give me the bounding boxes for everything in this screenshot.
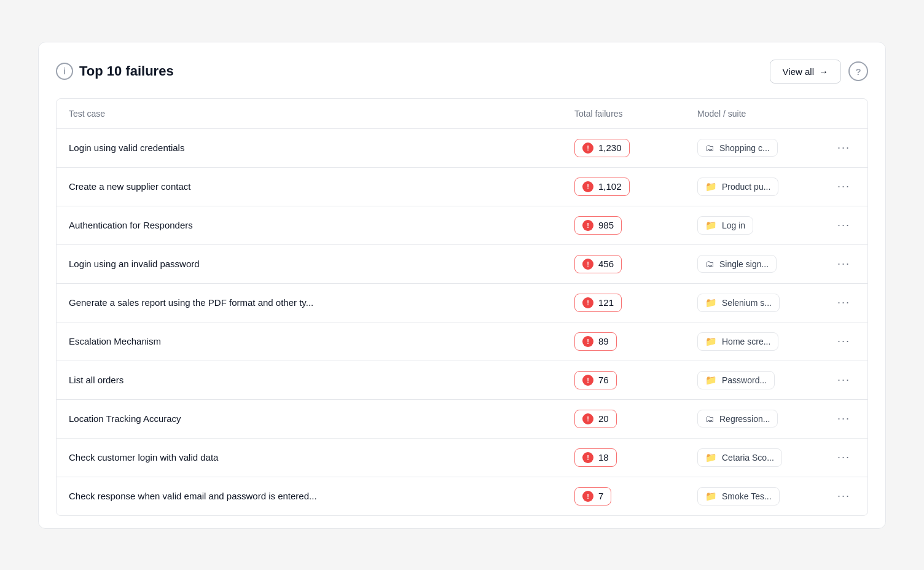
- suite-badge: 🗂Shopping c...: [697, 139, 778, 157]
- test-case-cell: Escalation Mechanism: [57, 322, 562, 361]
- test-case-cell: Create a new supplier contact: [57, 167, 562, 206]
- suite-name: Shopping c...: [719, 143, 770, 153]
- actions-cell: ···: [820, 361, 867, 399]
- actions-cell: ···: [820, 128, 867, 167]
- failure-count: 18: [598, 452, 609, 463]
- table-row: Check response when valid email and pass…: [57, 477, 867, 515]
- failures-cell: !985: [562, 206, 685, 244]
- failure-badge: !18: [574, 448, 617, 467]
- table-row: Create a new supplier contact!1,102📁Prod…: [57, 167, 867, 206]
- table-row: Generate a sales report using the PDF fo…: [57, 283, 867, 322]
- suite-badge: 🗂Single sign...: [697, 255, 777, 273]
- table-header-row: Test case Total failures Model / suite: [57, 99, 867, 129]
- card-header: i Top 10 failures View all → ?: [56, 60, 868, 84]
- error-dot-icon: !: [582, 336, 593, 347]
- test-case-cell: Login using an invalid password: [57, 244, 562, 283]
- suite-cell: 🗂Shopping c...: [685, 128, 820, 167]
- failures-cell: !89: [562, 322, 685, 361]
- top-failures-card: i Top 10 failures View all → ? Test case…: [38, 42, 886, 529]
- folder-icon: 📁: [705, 220, 717, 231]
- suite-name: Home scre...: [722, 337, 770, 346]
- suite-cell: 📁Home scre...: [685, 322, 820, 361]
- error-dot-icon: !: [582, 413, 593, 424]
- failure-badge: !1,230: [574, 139, 630, 157]
- more-options-button[interactable]: ···: [832, 178, 855, 195]
- suite-name: Smoke Tes...: [722, 491, 772, 501]
- more-options-button[interactable]: ···: [832, 410, 855, 427]
- suite-cell: 📁Product pu...: [685, 167, 820, 206]
- folder-icon: 📁: [705, 297, 717, 308]
- test-case-cell: Location Tracking Accuracy: [57, 399, 562, 438]
- table-row: List all orders!76📁Password...···: [57, 361, 867, 399]
- more-options-button[interactable]: ···: [832, 294, 855, 311]
- suite-badge: 📁Smoke Tes...: [697, 487, 780, 506]
- suite-cell: 📁Cetaria Sco...: [685, 438, 820, 477]
- suite-badge: 📁Selenium s...: [697, 294, 780, 312]
- more-options-button[interactable]: ···: [832, 448, 855, 466]
- actions-cell: ···: [820, 322, 867, 361]
- failure-count: 456: [598, 259, 614, 269]
- failures-cell: !456: [562, 244, 685, 283]
- view-all-button[interactable]: View all →: [770, 60, 841, 84]
- error-dot-icon: !: [582, 259, 593, 270]
- suite-badge: 📁Log in: [697, 216, 753, 235]
- suite-cell: 🗂Regression...: [685, 399, 820, 438]
- test-case-cell: Check response when valid email and pass…: [57, 477, 562, 515]
- actions-cell: ···: [820, 399, 867, 438]
- error-dot-icon: !: [582, 491, 593, 502]
- help-icon[interactable]: ?: [848, 61, 868, 81]
- failures-cell: !18: [562, 438, 685, 477]
- suite-name: Regression...: [719, 414, 770, 424]
- failures-cell: !1,230: [562, 128, 685, 167]
- col-model-suite: Model / suite: [685, 99, 820, 129]
- table-row: Check customer login with valid data!18📁…: [57, 438, 867, 477]
- suite-name: Product pu...: [722, 182, 770, 192]
- stack-icon: 🗂: [705, 413, 715, 424]
- more-options-button[interactable]: ···: [832, 371, 855, 388]
- failure-count: 1,102: [598, 181, 622, 192]
- failure-badge: !1,102: [574, 178, 630, 196]
- suite-badge: 📁Product pu...: [697, 178, 778, 196]
- failure-badge: !76: [574, 371, 617, 389]
- failures-cell: !20: [562, 399, 685, 438]
- test-case-cell: Authentication for Responders: [57, 206, 562, 244]
- view-all-label: View all: [783, 66, 814, 77]
- failure-badge: !121: [574, 294, 622, 312]
- actions-cell: ···: [820, 438, 867, 477]
- view-all-arrow: →: [819, 66, 828, 77]
- more-options-button[interactable]: ···: [832, 216, 855, 233]
- error-dot-icon: !: [582, 220, 593, 231]
- failure-count: 7: [598, 491, 603, 501]
- failure-count: 89: [598, 336, 609, 346]
- failures-cell: !121: [562, 283, 685, 322]
- stack-icon: 🗂: [705, 259, 715, 269]
- failure-count: 20: [598, 413, 609, 424]
- table-row: Location Tracking Accuracy!20🗂Regression…: [57, 399, 867, 438]
- stack-icon: 🗂: [705, 142, 715, 153]
- more-options-button[interactable]: ···: [832, 139, 855, 156]
- col-total-failures: Total failures: [562, 99, 685, 129]
- error-dot-icon: !: [582, 452, 593, 463]
- failure-badge: !456: [574, 255, 622, 273]
- test-case-cell: Generate a sales report using the PDF fo…: [57, 283, 562, 322]
- error-dot-icon: !: [582, 375, 593, 386]
- more-options-button[interactable]: ···: [832, 487, 855, 504]
- actions-cell: ···: [820, 206, 867, 244]
- suite-name: Selenium s...: [722, 298, 772, 308]
- failure-count: 1,230: [598, 142, 622, 153]
- table-row: Login using an invalid password!456🗂Sing…: [57, 244, 867, 283]
- test-case-cell: Login using valid credentials: [57, 128, 562, 167]
- actions-cell: ···: [820, 477, 867, 515]
- failure-badge: !7: [574, 487, 611, 506]
- suite-name: Log in: [722, 221, 745, 230]
- col-actions: [820, 99, 867, 129]
- suite-cell: 🗂Single sign...: [685, 244, 820, 283]
- suite-badge: 📁Password...: [697, 371, 775, 389]
- suite-cell: 📁Password...: [685, 361, 820, 399]
- info-icon: i: [56, 63, 73, 80]
- failure-badge: !20: [574, 410, 617, 428]
- table-row: Authentication for Responders!985📁Log in…: [57, 206, 867, 244]
- more-options-button[interactable]: ···: [832, 332, 855, 349]
- suite-badge: 📁Home scre...: [697, 332, 778, 351]
- more-options-button[interactable]: ···: [832, 255, 855, 272]
